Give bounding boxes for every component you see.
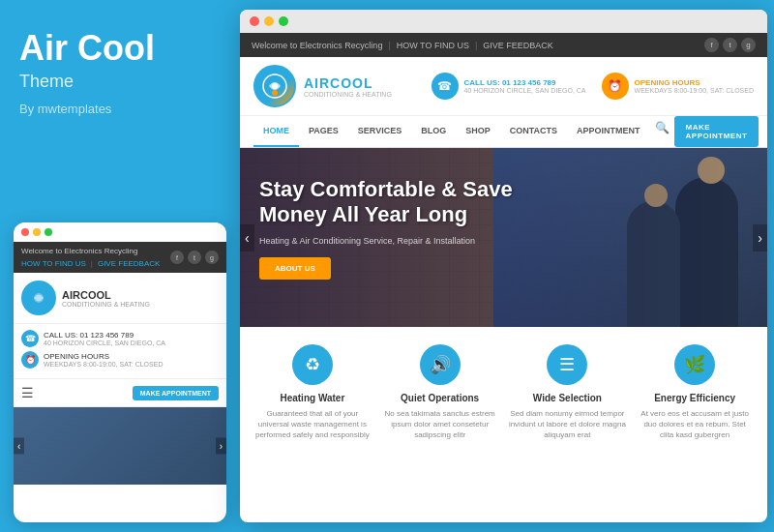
mobile-mockup: Welcome to Electronics Recycling HOW TO … — [14, 222, 226, 522]
desktop-topbar-link1[interactable]: HOW TO FIND US — [397, 41, 469, 50]
hero-next-arrow[interactable]: › — [753, 224, 767, 251]
desktop-google-icon[interactable]: g — [741, 38, 756, 52]
desktop-appointment-button[interactable]: MAKE APPOINTMENT — [674, 116, 759, 147]
mobile-phone-label: CALL US: 01 123 456 789 — [44, 331, 165, 340]
mobile-topbar-link2[interactable]: GIVE FEEDBACK — [98, 259, 160, 268]
desktop-topbar: Welcome to Electronics Recycling | HOW T… — [240, 33, 767, 57]
desktop-nav: HOME PAGES SERVICES BLOG SHOP CONTACTS A… — [240, 116, 767, 148]
desktop-titlebar — [240, 10, 767, 33]
desktop-header: AIRCOOL CONDITIONING & HEATING ☎ CALL US… — [240, 57, 767, 116]
mobile-phone-address: 40 HORIZON CIRCLE, SAN DIEGO, CA — [44, 340, 165, 346]
mobile-logo-text-group: AIRCOOL CONDITIONING & HEATING — [62, 289, 150, 308]
topbar-sep1: | — [388, 41, 390, 50]
feature-icon-2: ☰ — [547, 344, 587, 385]
twitter-icon[interactable]: t — [188, 251, 201, 264]
feature-title-3: Energy Efficiency — [636, 393, 754, 403]
desktop-hours-value: WEEKDAYS 8:00-19:00, SAT: CLOSED — [635, 87, 754, 94]
nav-item-home[interactable]: HOME — [253, 116, 299, 147]
feature-item-3: 🌿 Energy Efficiency At vero eos et accus… — [636, 344, 754, 441]
theme-title: Air Cool — [19, 29, 213, 68]
mobile-contact-section: ☎ CALL US: 01 123 456 789 40 HORIZON CIR… — [14, 324, 226, 379]
desktop-logo-name: AIRCOOL — [304, 75, 392, 91]
nav-item-shop[interactable]: SHOP — [456, 116, 500, 147]
hero-title: Stay Comfortable & Save Money All Year L… — [259, 177, 559, 228]
mobile-logo-name: AIRCOOL — [62, 289, 150, 301]
hero-prev-arrow[interactable]: ‹ — [240, 224, 254, 251]
phone-icon: ☎ — [21, 330, 39, 347]
feature-title-0: Heating Water — [253, 393, 372, 403]
desktop-logo-tagline: CONDITIONING & HEATING — [304, 91, 392, 98]
desktop-hours-info: OPENING HOURS WEEKDAYS 8:00-19:00, SAT: … — [635, 78, 754, 94]
theme-subtitle: Theme — [19, 72, 213, 92]
hamburger-icon[interactable]: ☰ — [21, 385, 34, 400]
desktop-logo-circle — [253, 65, 296, 107]
feature-icon-3: 🌿 — [674, 344, 715, 385]
feature-text-3: At vero eos et accusam et justo duo dolo… — [636, 408, 754, 441]
nav-item-pages[interactable]: PAGES — [299, 116, 348, 147]
mobile-topbar-sep: | — [91, 259, 93, 268]
google-icon[interactable]: g — [205, 251, 219, 264]
desktop-phone-label: CALL US: 01 123 456 789 — [464, 78, 586, 87]
desktop-facebook-icon[interactable]: f — [704, 38, 719, 52]
mobile-prev-arrow[interactable]: ‹ — [14, 438, 24, 455]
mobile-appointment-button[interactable]: MAKE APPOINTMENT — [133, 386, 219, 400]
mobile-topbar-links: HOW TO FIND US | GIVE FEEDBACK — [21, 259, 160, 268]
feature-icon-0: ♻ — [292, 344, 333, 385]
desktop-logo[interactable]: AIRCOOL CONDITIONING & HEATING — [253, 65, 392, 107]
clock-icon: ⏰ — [21, 351, 39, 369]
hero-subtitle: Heating & Air Conditioning Service, Repa… — [259, 236, 559, 246]
desktop-logo-text-group: AIRCOOL CONDITIONING & HEATING — [304, 75, 392, 98]
desktop-phone-icon: ☎ — [432, 73, 459, 100]
dot-green — [45, 228, 52, 236]
desktop-twitter-icon[interactable]: t — [723, 38, 737, 52]
hero-content: Stay Comfortable & Save Money All Year L… — [259, 177, 559, 280]
desktop-mockup: Welcome to Electronics Recycling | HOW T… — [240, 10, 767, 522]
mobile-topbar: Welcome to Electronics Recycling HOW TO … — [14, 242, 226, 273]
mobile-hero: ‹ › — [14, 407, 226, 485]
desktop-topbar-link2[interactable]: GIVE FEEDBACK — [483, 41, 553, 50]
mobile-hero-image — [14, 407, 226, 485]
desktop-header-contacts: ☎ CALL US: 01 123 456 789 40 HORIZON CIR… — [432, 73, 755, 100]
desktop-social-icons: f t g — [704, 38, 756, 52]
facebook-icon[interactable]: f — [170, 251, 184, 264]
mobile-hours-label: OPENING HOURS — [44, 352, 163, 361]
nav-item-services[interactable]: SERVICES — [348, 116, 411, 147]
desktop-features: ♻ Heating Water Guaranteed that all of y… — [240, 327, 767, 441]
desktop-phone-address: 40 HORIZON CIRCLE, SAN DIEGO, CA — [464, 87, 586, 94]
mobile-topbar-text: Welcome to Electronics Recycling — [21, 247, 160, 255]
desktop-hero: Stay Comfortable & Save Money All Year L… — [240, 148, 767, 327]
dot-red — [21, 228, 29, 236]
mobile-social-icons: f t g — [170, 251, 219, 264]
feature-title-1: Quiet Operations — [381, 393, 499, 403]
feature-text-1: No sea takimata sanctus estrem ipsum dol… — [381, 408, 499, 441]
nav-item-appointment[interactable]: APPOINTMENT — [567, 116, 650, 147]
mobile-hours-info: OPENING HOURS WEEKDAYS 8:00-19:00, SAT: … — [44, 352, 163, 368]
mobile-logo-area: AIRCOOL CONDITIONING & HEATING — [14, 273, 226, 324]
mobile-nav: ☰ MAKE APPOINTMENT — [14, 379, 226, 407]
desktop-phone-info: CALL US: 01 123 456 789 40 HORIZON CIRCL… — [464, 78, 586, 94]
desktop-hours-label: OPENING HOURS — [635, 78, 754, 87]
mobile-phone-row: ☎ CALL US: 01 123 456 789 40 HORIZON CIR… — [21, 330, 219, 347]
nav-item-blog[interactable]: BLOG — [411, 116, 456, 147]
nav-item-contacts[interactable]: CONTACTS — [500, 116, 567, 147]
desktop-dot-red — [250, 16, 259, 26]
topbar-sep2: | — [475, 41, 477, 50]
mobile-topbar-link1[interactable]: HOW TO FIND US — [21, 259, 86, 268]
mobile-phone-info: CALL US: 01 123 456 789 40 HORIZON CIRCL… — [44, 331, 165, 346]
mobile-topbar-left: Welcome to Electronics Recycling HOW TO … — [21, 247, 160, 268]
svg-point-3 — [272, 83, 278, 89]
desktop-dot-green — [279, 16, 288, 26]
desktop-nav-links: HOME PAGES SERVICES BLOG SHOP CONTACTS A… — [253, 116, 674, 147]
feature-text-2: Sed diam nonumy eirmod tempor invidunt u… — [509, 408, 627, 441]
search-icon[interactable]: 🔍 — [650, 116, 674, 147]
desktop-topbar-text: Welcome to Electronics Recycling — [252, 41, 382, 50]
desktop-topbar-left: Welcome to Electronics Recycling | HOW T… — [252, 41, 553, 50]
feature-title-2: Wide Selection — [509, 393, 627, 403]
hero-about-button[interactable]: ABOUT US — [259, 257, 331, 280]
feature-text-0: Guaranteed that all of your universal wa… — [253, 408, 372, 441]
feature-icon-1: 🔊 — [420, 344, 461, 385]
mobile-next-arrow[interactable]: › — [216, 438, 226, 455]
theme-author: By mwtemplates — [19, 102, 213, 116]
feature-item-2: ☰ Wide Selection Sed diam nonumy eirmod … — [509, 344, 627, 441]
desktop-hours-contact: ⏰ OPENING HOURS WEEKDAYS 8:00-19:00, SAT… — [602, 73, 754, 100]
